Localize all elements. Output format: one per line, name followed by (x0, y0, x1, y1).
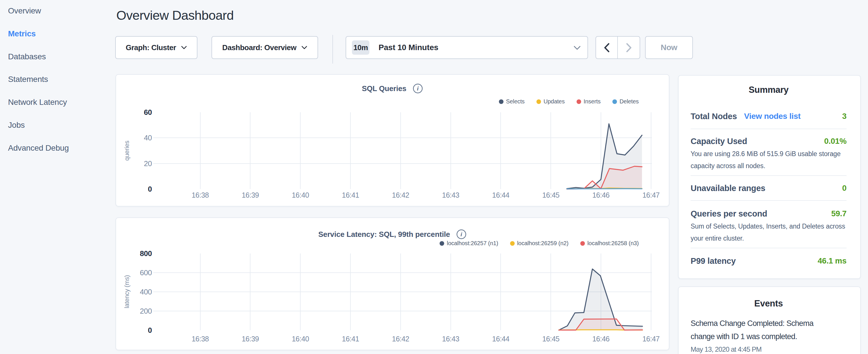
chart-card-sql-queries: SQL QueriesiSelectsUpdatesInsertsDeletes… (116, 74, 670, 206)
x-tick-label: 16:45 (542, 335, 559, 343)
chevron-down-icon (302, 46, 307, 50)
prev-time-button[interactable] (596, 37, 618, 58)
next-time-button[interactable] (618, 37, 640, 58)
summary-row-description: your entire cluster. (691, 232, 846, 244)
x-tick-label: 16:46 (592, 335, 610, 343)
chevron-right-icon (626, 43, 631, 53)
now-button-label: Now (661, 43, 677, 52)
summary-row-value: 46.1 ms (817, 255, 846, 267)
x-tick-label: 16:40 (292, 191, 309, 199)
y-tick-label: 600 (140, 268, 152, 277)
sidebar-item-advanced-debug[interactable]: Advanced Debug (0, 137, 109, 160)
series-line-Deletes (567, 189, 642, 189)
y-tick-label: 20 (144, 159, 152, 168)
now-button[interactable]: Now (645, 36, 693, 59)
y-tick-label: 200 (140, 307, 152, 315)
event-timestamp: May 13, 2020 at 4:45 PM (691, 343, 846, 354)
x-tick-label: 16:42 (392, 191, 409, 199)
events-title: Events (691, 297, 846, 310)
graph-dropdown[interactable]: Graph: Cluster (115, 36, 197, 59)
chevron-down-icon (574, 43, 581, 52)
summary-row-value: 59.7 (831, 207, 846, 220)
y-axis-label: queries (123, 141, 130, 161)
sidebar-item-overview[interactable]: Overview (0, 0, 109, 22)
summary-row: Unavailable ranges0 (691, 182, 846, 194)
summary-row-description: You are using 28.6 MiB of 515.9 GiB usab… (691, 148, 846, 160)
y-axis-label: latency (ms) (123, 275, 130, 308)
summary-row-description: capacity across all nodes. (691, 160, 846, 171)
sidebar: OverviewMetricsDatabasesStatementsNetwor… (0, 0, 109, 160)
graph-dropdown-label: Graph: Cluster (126, 43, 176, 52)
summary-row-label: Queries per second (691, 207, 767, 220)
summary-row-value: 0 (842, 182, 846, 194)
event-message[interactable]: Schema Change Completed: Schemachange wi… (691, 317, 846, 343)
summary-row: Queries per second59.7Sum of Selects, Up… (691, 207, 846, 244)
summary-row-value: 3 (842, 110, 846, 123)
x-tick-label: 16:39 (242, 335, 259, 343)
summary-row: Capacity Used0.01%You are using 28.6 MiB… (691, 135, 846, 171)
chart-plot: 020406016:3816:3916:4016:4116:4216:4316:… (116, 75, 670, 207)
chevron-down-icon (181, 46, 187, 50)
toolbar-divider (333, 35, 333, 64)
dashboard-dropdown[interactable]: Dashboard: Overview (212, 36, 318, 59)
time-range-selector[interactable]: 10m Past 10 Minutes (346, 36, 588, 59)
x-tick-label: 16:43 (442, 191, 459, 199)
chevron-left-icon (604, 43, 610, 53)
sidebar-item-statements[interactable]: Statements (0, 68, 109, 91)
x-tick-label: 16:41 (342, 335, 359, 343)
summary-row-label: Unavailable ranges (691, 182, 766, 194)
summary-title: Summary (691, 84, 846, 96)
events-panel: Events Schema Change Completed: Schemach… (678, 286, 861, 354)
summary-row: P99 latency46.1 ms (691, 255, 846, 267)
summary-row: Total NodesView nodes list3 (691, 110, 846, 123)
x-tick-label: 16:45 (542, 191, 559, 199)
divider (691, 129, 846, 129)
page-title: Overview Dashboard (116, 7, 234, 24)
divider (691, 200, 846, 201)
summary-row-label: Capacity Used (691, 135, 747, 148)
x-tick-label: 16:39 (242, 191, 259, 199)
time-step-buttons (595, 36, 640, 59)
y-tick-label: 0 (148, 326, 152, 334)
y-tick-label: 0 (148, 185, 152, 193)
x-tick-label: 16:44 (492, 335, 509, 343)
sidebar-item-network-latency[interactable]: Network Latency (0, 91, 109, 114)
chart-plot: 020040060080016:3816:3916:4016:4116:4216… (116, 218, 670, 351)
x-tick-label: 16:46 (592, 191, 610, 199)
summary-row-label: Total Nodes (691, 110, 737, 123)
y-tick-label: 40 (144, 133, 152, 142)
sidebar-item-databases[interactable]: Databases (0, 45, 109, 68)
time-range-label: Past 10 Minutes (378, 43, 438, 52)
x-tick-label: 16:38 (192, 191, 209, 199)
time-range-badge: 10m (352, 40, 369, 55)
y-tick-label: 60 (144, 108, 152, 117)
x-tick-label: 16:43 (442, 335, 459, 343)
x-tick-label: 16:47 (643, 335, 660, 343)
y-tick-label: 400 (140, 288, 152, 296)
summary-row-value: 0.01% (824, 135, 846, 148)
divider (691, 175, 846, 176)
y-tick-label: 800 (140, 249, 152, 258)
view-nodes-list-link[interactable]: View nodes list (744, 110, 801, 123)
x-tick-label: 16:44 (492, 191, 509, 199)
sidebar-item-metrics[interactable]: Metrics (0, 22, 109, 45)
x-tick-label: 16:42 (392, 335, 409, 343)
x-tick-label: 16:47 (643, 191, 660, 199)
summary-row-label: P99 latency (691, 255, 736, 267)
divider (691, 248, 846, 248)
sidebar-item-jobs[interactable]: Jobs (0, 114, 109, 137)
chart-card-service-latency: Service Latency: SQL, 99th percentileilo… (116, 217, 670, 350)
x-tick-label: 16:40 (292, 335, 309, 343)
summary-panel: Summary Total NodesView nodes list3Capac… (678, 75, 861, 279)
x-tick-label: 16:38 (192, 335, 209, 343)
summary-row-description: Sum of Selects, Updates, Inserts, and De… (691, 221, 846, 232)
x-tick-label: 16:41 (342, 191, 359, 199)
dashboard-dropdown-label: Dashboard: Overview (222, 43, 297, 52)
